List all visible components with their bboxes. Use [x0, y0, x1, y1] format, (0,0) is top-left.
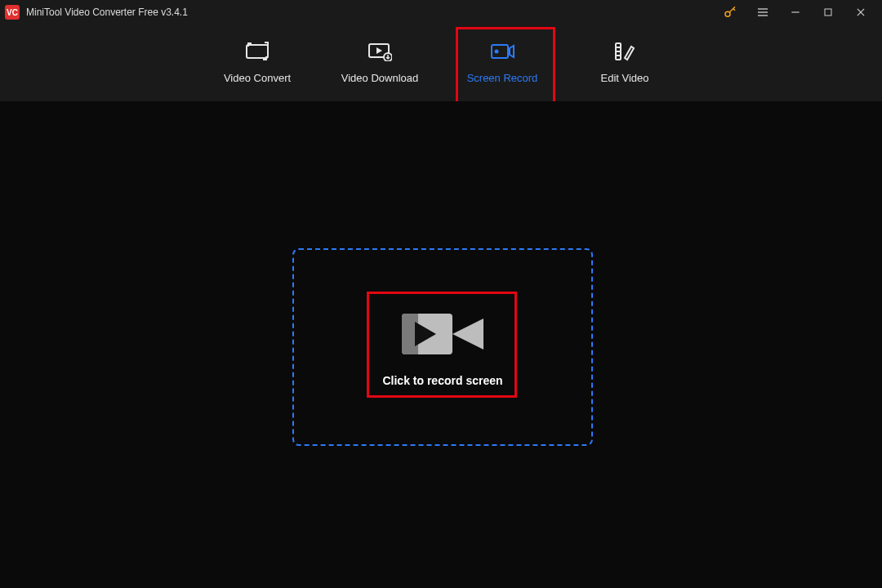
tab-video-download[interactable]: Video Download [318, 24, 441, 101]
svg-rect-8 [247, 45, 268, 58]
tab-label: Screen Record [467, 72, 538, 84]
app-logo-icon: VC [5, 5, 20, 20]
svg-rect-12 [492, 45, 508, 58]
tab-edit-video[interactable]: Edit Video [564, 24, 686, 101]
app-window: VC MiniTool Video Converter Free v3.4.1 [0, 0, 882, 588]
tab-video-convert[interactable]: Video Convert [196, 24, 318, 101]
svg-marker-10 [376, 47, 382, 54]
edit-video-icon [612, 42, 638, 60]
screen-record-icon [489, 42, 515, 60]
record-screen-button[interactable]: Click to record screen [359, 297, 525, 397]
tab-label: Video Download [341, 72, 418, 84]
tab-label: Edit Video [600, 72, 648, 84]
top-tab-bar: Video Convert Video Download [0, 24, 882, 101]
maximize-button[interactable] [812, 0, 844, 24]
record-dropzone: Click to record screen [292, 248, 593, 446]
svg-rect-5 [825, 9, 831, 16]
video-convert-icon [244, 42, 270, 60]
camera-record-icon [402, 309, 483, 359]
tab-screen-record[interactable]: Screen Record [441, 24, 564, 101]
license-key-button[interactable] [714, 0, 746, 24]
video-download-icon [367, 42, 393, 60]
close-button[interactable] [844, 0, 877, 24]
svg-marker-13 [510, 46, 514, 57]
tab-label: Video Convert [224, 72, 291, 84]
title-bar: VC MiniTool Video Converter Free v3.4.1 [0, 0, 882, 24]
menu-button[interactable] [746, 0, 779, 24]
record-label: Click to record screen [382, 374, 502, 387]
minimize-button[interactable] [779, 0, 812, 24]
main-content: Click to record screen [0, 101, 882, 588]
svg-point-0 [725, 11, 730, 16]
svg-point-14 [495, 49, 499, 53]
window-title: MiniTool Video Converter Free v3.4.1 [26, 7, 188, 18]
